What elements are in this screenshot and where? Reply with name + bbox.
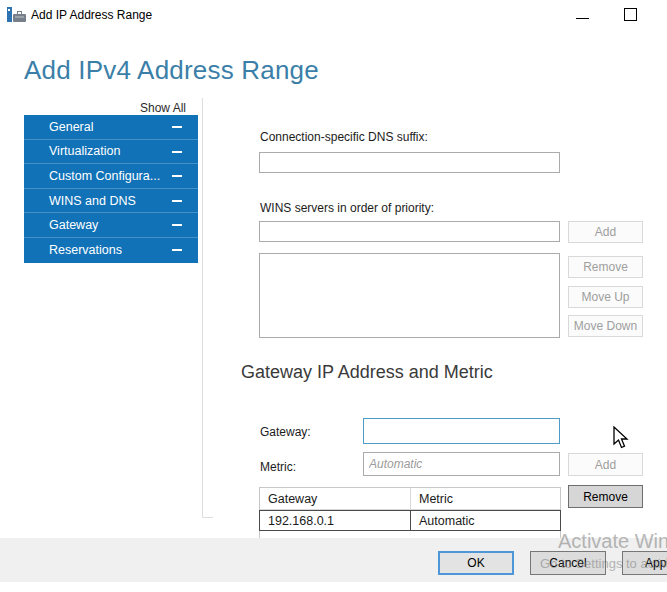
metric-column-header[interactable]: Metric <box>411 488 560 509</box>
sidebar-item-label: Custom Configura... <box>49 169 160 183</box>
minimize-button[interactable] <box>569 2 595 26</box>
wins-server-list[interactable] <box>259 253 560 338</box>
maximize-button[interactable] <box>617 2 643 26</box>
minimize-icon <box>576 18 589 19</box>
apply-button[interactable]: Apply <box>622 551 667 575</box>
sidebar-item-gateway[interactable]: Gateway <box>24 213 198 238</box>
sidebar-item-virtualization[interactable]: Virtualization <box>24 140 198 165</box>
gateway-column-header[interactable]: Gateway <box>260 488 411 509</box>
sidebar-item-custom-configuration[interactable]: Custom Configura... <box>24 164 198 189</box>
metric-label: Metric: <box>260 460 296 474</box>
sidebar-item-wins-and-dns[interactable]: WINS and DNS <box>24 189 198 214</box>
cancel-button[interactable]: Cancel <box>530 551 606 575</box>
gateway-section-heading: Gateway IP Address and Metric <box>241 362 493 383</box>
gateway-remove-button[interactable]: Remove <box>568 485 643 508</box>
metric-cell: Automatic <box>411 511 560 530</box>
metric-input[interactable] <box>363 452 560 476</box>
sidebar-item-reservations[interactable]: Reservations <box>24 238 198 263</box>
collapse-icon[interactable] <box>172 200 182 202</box>
sidebar-item-label: Reservations <box>49 243 122 257</box>
sidebar-item-label: Virtualization <box>49 144 120 158</box>
sidebar-item-label: Gateway <box>49 218 98 232</box>
sidebar-item-label: WINS and DNS <box>49 194 136 208</box>
collapse-icon[interactable] <box>172 249 182 251</box>
section-nav-sidebar: General Virtualization Custom Configura.… <box>24 115 198 263</box>
add-ip-address-range-dialog: Add IP Address Range Add IPv4 Address Ra… <box>0 0 667 592</box>
gateway-cell: 192.168.0.1 <box>260 511 411 530</box>
titlebar: Add IP Address Range <box>0 0 667 30</box>
ok-button[interactable]: OK <box>438 551 514 575</box>
wins-move-down-button[interactable]: Move Down <box>568 315 643 337</box>
gateway-table-header: Gateway Metric <box>260 488 560 510</box>
table-row[interactable]: 192.168.0.1 Automatic <box>259 510 561 531</box>
dhcp-app-icon <box>7 7 26 23</box>
collapse-icon[interactable] <box>172 126 182 128</box>
gateway-input[interactable] <box>363 418 560 444</box>
page-title: Add IPv4 Address Range <box>24 55 319 86</box>
maximize-icon <box>624 8 637 21</box>
gateway-add-button[interactable]: Add <box>568 453 643 476</box>
window-title: Add IP Address Range <box>31 8 152 22</box>
collapse-icon[interactable] <box>172 224 182 226</box>
sidebar-item-label: General <box>49 120 93 134</box>
collapse-icon[interactable] <box>172 151 182 153</box>
dns-suffix-label: Connection-specific DNS suffix: <box>260 130 428 144</box>
dialog-footer: OK Cancel Apply <box>0 538 667 582</box>
wins-server-input[interactable] <box>259 221 560 242</box>
wins-servers-label: WINS servers in order of priority: <box>260 201 434 215</box>
gateway-label: Gateway: <box>260 425 311 439</box>
wins-add-button[interactable]: Add <box>568 221 643 243</box>
wins-move-up-button[interactable]: Move Up <box>568 286 643 308</box>
sidebar-separator-tick <box>202 517 213 518</box>
gateway-table: Gateway Metric 192.168.0.1 Automatic <box>259 487 561 544</box>
show-all-link[interactable]: Show All <box>120 101 186 115</box>
wins-remove-button[interactable]: Remove <box>568 256 643 278</box>
sidebar-item-general[interactable]: General <box>24 115 198 140</box>
dns-suffix-input[interactable] <box>259 152 560 173</box>
mouse-cursor-icon <box>613 426 633 454</box>
sidebar-separator-line <box>202 98 203 518</box>
collapse-icon[interactable] <box>172 175 182 177</box>
